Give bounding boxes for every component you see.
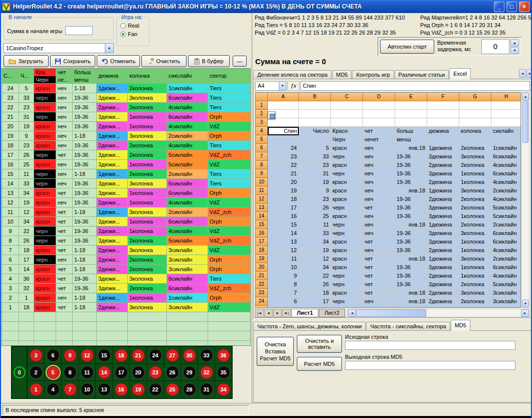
excel-cell[interactable]: неч	[363, 297, 395, 306]
excel-row-header[interactable]: 11	[256, 186, 268, 195]
excel-col-header[interactable]: C	[331, 93, 363, 101]
excel-cell[interactable]	[491, 135, 521, 144]
excel-cell[interactable]	[491, 101, 521, 110]
roulette-number[interactable]: 27	[166, 349, 179, 362]
excel-cell[interactable]: красн	[331, 255, 363, 263]
roulette-number[interactable]: 13	[98, 383, 111, 396]
excel-cell[interactable]: черн	[331, 221, 363, 229]
excel-cell[interactable]: неч	[363, 186, 395, 195]
roulette-cell[interactable]: 6	[44, 347, 61, 364]
main-tab-4[interactable]: Различные статьи	[395, 70, 449, 79]
excel-cell[interactable]: 17	[299, 297, 331, 306]
excel-cell[interactable]: 2дюжина	[427, 272, 459, 280]
roulette-number[interactable]: 35	[217, 366, 230, 379]
roulette-number[interactable]: 12	[81, 349, 94, 362]
excel-cell[interactable]: 19-36	[395, 152, 427, 161]
excel-cell[interactable]: Черн	[331, 135, 363, 144]
md5-output[interactable]	[345, 361, 515, 370]
save-button[interactable]: Сохранить	[50, 55, 95, 67]
excel-cell[interactable]: неч	[363, 212, 395, 221]
excel-row-header[interactable]: 6	[256, 144, 268, 152]
roulette-cell[interactable]: 14	[95, 364, 112, 381]
excel-cell[interactable]: чет	[363, 127, 395, 135]
excel-cell[interactable]: 2колонка	[459, 203, 491, 212]
excel-col-header[interactable]: E	[395, 93, 427, 101]
excel-cell[interactable]	[268, 101, 299, 110]
excel-cell[interactable]: 2колонка	[459, 280, 491, 289]
excel-cell[interactable]: чет	[363, 203, 395, 212]
excel-cell[interactable]: Красн	[331, 127, 363, 135]
excel-cell[interactable]: 1колонка	[459, 246, 491, 255]
excel-cell[interactable]: 16	[268, 212, 299, 221]
excel-cell[interactable]: янв.18	[395, 186, 427, 195]
excel-cell[interactable]: чет	[363, 306, 395, 308]
excel-cell[interactable]: неч	[363, 221, 395, 229]
excel-cell[interactable]: красн	[331, 238, 363, 246]
roulette-cell[interactable]: 20	[129, 364, 146, 381]
scrollbar-thumb[interactable]	[522, 101, 528, 143]
roulette-cell[interactable]: 9	[61, 347, 78, 364]
excel-cell[interactable]: 2сиклайн	[491, 255, 521, 263]
excel-cell[interactable]: неч	[363, 169, 395, 178]
minimize-button[interactable]: _	[494, 2, 504, 12]
excel-cell[interactable]: 19-36	[395, 178, 427, 186]
excel-row-header[interactable]: 1	[256, 101, 268, 110]
roulette-number[interactable]: 29	[183, 366, 196, 379]
excel-col-header[interactable]: B	[299, 93, 331, 101]
excel-cell[interactable]	[459, 110, 491, 118]
roulette-cell[interactable]: 5	[44, 364, 61, 381]
excel-cell[interactable]	[331, 110, 363, 118]
excel-cell[interactable]: 10	[268, 263, 299, 272]
excel-cell[interactable]: неч	[363, 161, 395, 169]
roulette-number[interactable]: 28	[183, 383, 196, 396]
excel-cell[interactable]: 19-36	[395, 238, 427, 246]
excel-col-header[interactable]: G	[459, 93, 491, 101]
roulette-number[interactable]: 32	[200, 366, 213, 379]
excel-cell[interactable]: красн	[331, 161, 363, 169]
roulette-cell[interactable]: 27	[163, 347, 181, 364]
excel-col-header[interactable]: D	[363, 93, 395, 101]
excel-cell[interactable]: 2сиклайн	[491, 186, 521, 195]
excel-cell[interactable]: 19-36	[395, 246, 427, 255]
roulette-cell[interactable]: 24	[146, 347, 163, 364]
excel-row-header[interactable]: 12	[256, 195, 268, 203]
excel-cell[interactable]: чет	[363, 280, 395, 289]
excel-cell[interactable]: 34	[299, 238, 331, 246]
roulette-number[interactable]: 14	[98, 366, 111, 379]
excel-cell[interactable]: черн	[331, 169, 363, 178]
excel-row-header[interactable]: 19	[256, 255, 268, 263]
excel-cell[interactable]: 1колонка	[459, 169, 491, 178]
roulette-number[interactable]: 31	[200, 383, 213, 396]
excel-cell[interactable]: 33	[299, 229, 331, 238]
excel-cell[interactable]: 3колонка	[459, 255, 491, 263]
roulette-cell[interactable]: 4	[44, 381, 61, 398]
excel-cell[interactable]: 11	[268, 255, 299, 263]
radio-real[interactable]: Real	[120, 23, 149, 29]
excel-cell[interactable]	[459, 118, 491, 127]
excel-cell[interactable]: 6сиклайн	[491, 263, 521, 272]
roulette-number[interactable]: 11	[81, 366, 94, 379]
roulette-number[interactable]: 10	[81, 383, 94, 396]
excel-cell[interactable]: 22	[299, 272, 331, 280]
roulette-cell[interactable]: 8	[61, 364, 78, 381]
roulette-cell[interactable]: 32	[198, 364, 215, 381]
excel-cell[interactable]	[268, 135, 299, 144]
scrollbar-track[interactable]	[522, 143, 529, 300]
main-tab-5[interactable]: Excel	[449, 68, 471, 79]
roulette-cell[interactable]: 12	[78, 347, 95, 364]
excel-cell[interactable]: чет	[363, 255, 395, 263]
roulette-number[interactable]: 15	[98, 349, 111, 362]
excel-cell[interactable]: янв.18	[395, 297, 427, 306]
radio-fan[interactable]: Fan	[120, 31, 149, 37]
roulette-cell[interactable]: 21	[129, 347, 146, 364]
excel-cell[interactable]	[459, 101, 491, 110]
roulette-number[interactable]: 4	[47, 383, 60, 396]
excel-cell[interactable]: 3сиклайн	[491, 289, 521, 297]
excel-cell[interactable]: 19	[268, 186, 299, 195]
excel-row-header[interactable]: 4	[256, 127, 268, 135]
roulette-number[interactable]: 24	[149, 349, 162, 362]
scroll-up-icon[interactable]: ▲	[522, 93, 529, 100]
excel-cell[interactable]: Число	[299, 127, 331, 135]
excel-cell[interactable]: 4сиклайн	[491, 195, 521, 203]
excel-col-header[interactable]: F	[427, 93, 459, 101]
